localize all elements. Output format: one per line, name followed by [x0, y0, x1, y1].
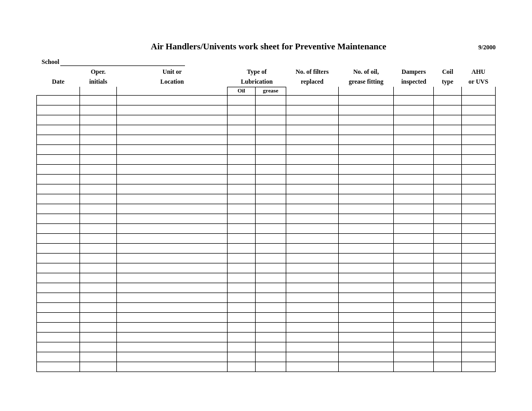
cell [117, 184, 228, 194]
table-row [37, 154, 496, 164]
cell [461, 253, 495, 263]
cell [338, 342, 394, 352]
cell [434, 214, 461, 223]
worksheet-table: Oper. Unit or Type of No. of filters No.… [36, 67, 496, 372]
cell [228, 273, 255, 283]
school-label-row: School [42, 58, 496, 66]
cell [338, 362, 394, 372]
cell [37, 214, 80, 223]
cell [286, 223, 338, 233]
table-row [37, 95, 496, 105]
cell [286, 243, 338, 253]
cell [338, 115, 394, 125]
cell [286, 283, 338, 293]
cell [117, 332, 228, 342]
hdr-lube-l2: Lubrication [228, 77, 286, 87]
cell [461, 312, 495, 322]
cell [255, 125, 286, 135]
cell [37, 135, 80, 144]
cell [255, 273, 286, 283]
cell [394, 135, 434, 144]
cell [286, 174, 338, 184]
hdr-filt-l1: No. of filters [286, 67, 338, 77]
cell [394, 322, 434, 332]
table-row [37, 115, 496, 125]
cell [117, 125, 228, 135]
hdr-blank-2 [79, 87, 116, 95]
table-row [37, 125, 496, 135]
hdr-blank-7 [434, 87, 461, 95]
cell [434, 154, 461, 164]
hdr-lube-l1: Type of [228, 67, 286, 77]
cell [286, 293, 338, 302]
cell [394, 233, 434, 243]
cell [286, 154, 338, 164]
cell [394, 332, 434, 342]
cell [117, 312, 228, 322]
cell [228, 352, 255, 362]
cell [117, 293, 228, 302]
cell [79, 125, 116, 135]
cell [286, 144, 338, 154]
cell [228, 312, 255, 322]
cell [394, 204, 434, 214]
cell [79, 312, 116, 322]
cell [286, 302, 338, 312]
cell [228, 174, 255, 184]
cell [394, 253, 434, 263]
table-row [37, 243, 496, 253]
cell [79, 135, 116, 144]
cell [79, 283, 116, 293]
hdr-blank-6 [394, 87, 434, 95]
cell [117, 154, 228, 164]
cell [338, 154, 394, 164]
cell [286, 125, 338, 135]
cell [255, 233, 286, 243]
hdr-damp-l2: inspected [394, 77, 434, 87]
cell [286, 95, 338, 105]
cell [434, 135, 461, 144]
cell [394, 263, 434, 273]
cell [286, 204, 338, 214]
table-row [37, 174, 496, 184]
table-row [37, 332, 496, 342]
hdr-date-l2: Date [37, 77, 80, 87]
cell [117, 342, 228, 352]
cell [338, 283, 394, 293]
cell [255, 135, 286, 144]
cell [79, 105, 116, 115]
hdr-oilgr-l1: No. of oil, [338, 67, 394, 77]
cell [461, 332, 495, 342]
cell [228, 214, 255, 223]
hdr-blank-1 [37, 87, 80, 95]
cell [37, 194, 80, 204]
table-row [37, 312, 496, 322]
cell [255, 362, 286, 372]
cell [434, 194, 461, 204]
table-row [37, 273, 496, 283]
cell [37, 105, 80, 115]
cell [79, 342, 116, 352]
cell [255, 194, 286, 204]
table-row [37, 184, 496, 194]
table-row [37, 302, 496, 312]
cell [338, 105, 394, 115]
cell [37, 164, 80, 174]
cell [338, 194, 394, 204]
cell [338, 243, 394, 253]
cell [394, 362, 434, 372]
cell [79, 293, 116, 302]
hdr-blank-8 [461, 87, 495, 95]
cell [37, 233, 80, 243]
table-row [37, 105, 496, 115]
cell [255, 302, 286, 312]
cell [117, 233, 228, 243]
cell [461, 263, 495, 273]
cell [434, 263, 461, 273]
cell [228, 233, 255, 243]
cell [255, 144, 286, 154]
cell [434, 253, 461, 263]
cell [37, 312, 80, 322]
cell [338, 174, 394, 184]
cell [228, 223, 255, 233]
